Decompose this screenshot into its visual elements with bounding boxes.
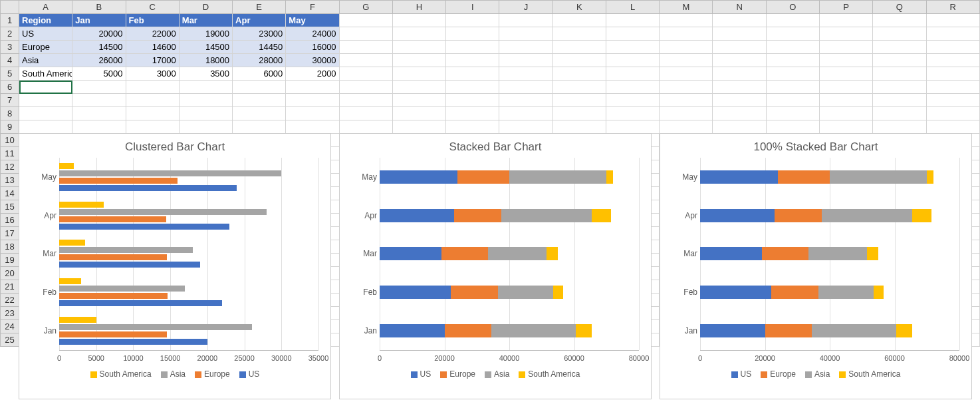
cell-N6[interactable] (713, 81, 766, 94)
row-header-2[interactable]: 2 (1, 27, 19, 41)
col-header-P[interactable]: P (819, 1, 872, 14)
cell-M3[interactable] (660, 41, 713, 54)
cell-R6[interactable] (926, 81, 979, 94)
cell-Q6[interactable] (873, 81, 926, 94)
cell-M1[interactable] (660, 14, 713, 27)
col-header-R[interactable]: R (926, 1, 979, 14)
cell-P8[interactable] (819, 107, 872, 120)
cell-F6[interactable] (286, 81, 339, 94)
cell-D1[interactable]: Mar (179, 14, 232, 27)
cell-K1[interactable] (552, 14, 606, 27)
cell-F8[interactable] (286, 107, 339, 120)
row-header-12[interactable]: 12 (1, 160, 19, 174)
cell-C3[interactable]: 14600 (126, 41, 179, 54)
cell-I4[interactable] (446, 54, 499, 67)
cell-I8[interactable] (446, 107, 499, 120)
row-header-24[interactable]: 24 (1, 320, 19, 333)
cell-J3[interactable] (499, 41, 552, 54)
cell-G8[interactable] (339, 107, 392, 120)
cell-F9[interactable] (286, 120, 339, 134)
cell-N9[interactable] (713, 120, 766, 134)
row-header-8[interactable]: 8 (1, 107, 19, 120)
cell-E2[interactable]: 23000 (233, 27, 286, 41)
row-header-5[interactable]: 5 (1, 67, 19, 81)
row-header-19[interactable]: 19 (1, 254, 19, 267)
cell-A1[interactable]: Region (19, 14, 72, 27)
cell-M6[interactable] (660, 81, 713, 94)
cell-B2[interactable]: 20000 (72, 27, 126, 41)
cell-H4[interactable] (392, 54, 445, 67)
cell-J7[interactable] (499, 94, 552, 107)
row-header-18[interactable]: 18 (1, 240, 19, 254)
row-header-10[interactable]: 10 (1, 134, 19, 147)
row-header-16[interactable]: 16 (1, 214, 19, 227)
cell-R1[interactable] (926, 14, 979, 27)
col-header-L[interactable]: L (606, 1, 659, 14)
cell-Q8[interactable] (873, 107, 926, 120)
clustered-bar-chart[interactable]: Clustered Bar Chart 05000100001500020000… (19, 133, 331, 399)
cell-J6[interactable] (499, 81, 552, 94)
cell-R7[interactable] (926, 94, 979, 107)
cell-O8[interactable] (766, 107, 819, 120)
cell-I6[interactable] (446, 81, 499, 94)
cell-M8[interactable] (660, 107, 713, 120)
cell-B6[interactable] (72, 81, 126, 94)
cell-C8[interactable] (126, 107, 179, 120)
cell-B1[interactable]: Jan (72, 14, 126, 27)
cell-O4[interactable] (766, 54, 819, 67)
cell-D2[interactable]: 19000 (179, 27, 232, 41)
row-header-11[interactable]: 11 (1, 147, 19, 160)
cell-L5[interactable] (606, 67, 659, 81)
cell-N3[interactable] (713, 41, 766, 54)
cell-P5[interactable] (819, 67, 872, 81)
cell-F7[interactable] (286, 94, 339, 107)
row-header-20[interactable]: 20 (1, 267, 19, 280)
cell-C4[interactable]: 17000 (126, 54, 179, 67)
cell-P7[interactable] (819, 94, 872, 107)
col-header-N[interactable]: N (713, 1, 766, 14)
col-header-Q[interactable]: Q (873, 1, 926, 14)
cell-A8[interactable] (19, 107, 72, 120)
cell-E9[interactable] (233, 120, 286, 134)
cell-G6[interactable] (339, 81, 392, 94)
cell-O7[interactable] (766, 94, 819, 107)
cell-B5[interactable]: 5000 (72, 67, 126, 81)
cell-Q7[interactable] (873, 94, 926, 107)
cell-Q3[interactable] (873, 41, 926, 54)
row-header-9[interactable]: 9 (1, 120, 19, 134)
col-header-F[interactable]: F (286, 1, 339, 14)
cell-D6[interactable] (179, 81, 232, 94)
cell-N7[interactable] (713, 94, 766, 107)
cell-M9[interactable] (660, 120, 713, 134)
cell-P4[interactable] (819, 54, 872, 67)
cell-A5[interactable]: South America (19, 67, 72, 81)
cell-E5[interactable]: 6000 (233, 67, 286, 81)
cell-D9[interactable] (179, 120, 232, 134)
cell-I5[interactable] (446, 67, 499, 81)
cell-A6[interactable] (19, 81, 72, 94)
cell-G5[interactable] (339, 67, 392, 81)
cell-E7[interactable] (233, 94, 286, 107)
cell-E8[interactable] (233, 107, 286, 120)
cell-H5[interactable] (392, 67, 445, 81)
col-header-O[interactable]: O (766, 1, 819, 14)
col-header-K[interactable]: K (552, 1, 606, 14)
col-header-B[interactable]: B (72, 1, 126, 14)
cell-I9[interactable] (446, 120, 499, 134)
cell-R4[interactable] (926, 54, 979, 67)
row-header-4[interactable]: 4 (1, 54, 19, 67)
row-header-7[interactable]: 7 (1, 94, 19, 107)
cell-H7[interactable] (392, 94, 445, 107)
cell-K3[interactable] (552, 41, 606, 54)
cell-E4[interactable]: 28000 (233, 54, 286, 67)
cell-G7[interactable] (339, 94, 392, 107)
cell-M4[interactable] (660, 54, 713, 67)
cell-L6[interactable] (606, 81, 659, 94)
cell-D7[interactable] (179, 94, 232, 107)
cell-F1[interactable]: May (286, 14, 339, 27)
cell-H2[interactable] (392, 27, 445, 41)
cell-D5[interactable]: 3500 (179, 67, 232, 81)
cell-B4[interactable]: 26000 (72, 54, 126, 67)
row-header-23[interactable]: 23 (1, 307, 19, 320)
cell-A3[interactable]: Europe (19, 41, 72, 54)
